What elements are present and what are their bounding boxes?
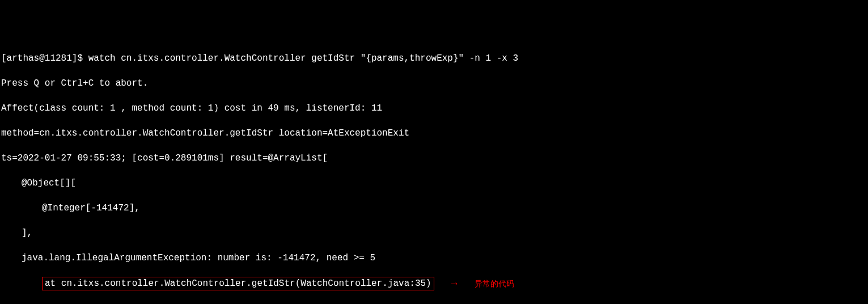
affect-line: Affect(class count: 1 , method count: 1)… (1, 102, 867, 115)
ts-line: ts=2022-01-27 09:55:33; [cost=0.289101ms… (1, 152, 867, 164)
method-line: method=cn.itxs.controller.WatchControlle… (1, 127, 867, 140)
highlighted-stack-frame: at cn.itxs.controller.WatchController.ge… (42, 277, 434, 290)
object-close-line: ], (1, 227, 867, 239)
shell-prompt: [arthas@11281]$ (1, 53, 88, 64)
arrow-icon: → (451, 277, 458, 290)
object-open-line: @Object[][ (1, 177, 867, 189)
exception-msg-line: java.lang.IllegalArgumentException: numb… (1, 252, 867, 264)
annotation-label: 异常的代码 (475, 277, 514, 290)
highlighted-stack-row: at cn.itxs.controller.WatchController.ge… (1, 277, 867, 290)
command-text: watch cn.itxs.controller.WatchController… (88, 53, 519, 64)
integer-value-line: @Integer[-141472], (1, 202, 867, 214)
command-line[interactable]: [arthas@11281]$ watch cn.itxs.controller… (1, 52, 867, 65)
annotation-container: →异常的代码 (451, 277, 514, 290)
abort-hint-line: Press Q or Ctrl+C to abort. (1, 77, 867, 90)
